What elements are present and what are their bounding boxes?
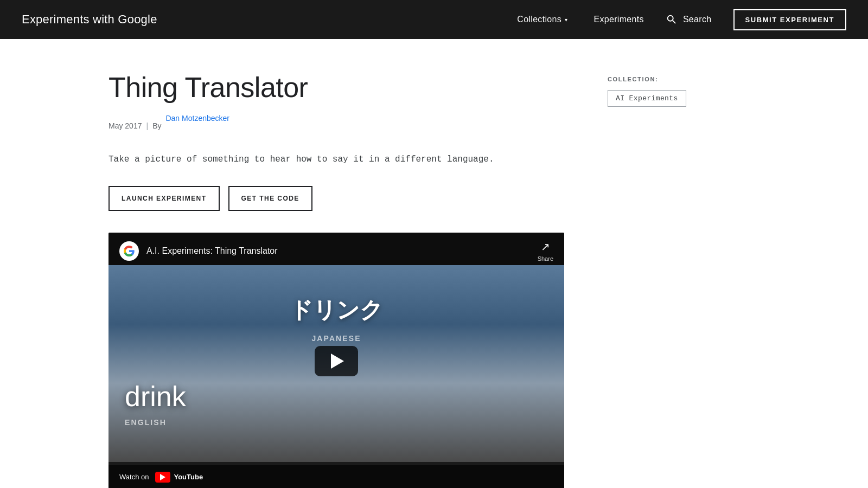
- author-link[interactable]: Dan Motzenbecker: [165, 114, 229, 123]
- share-label: Share: [538, 255, 553, 262]
- brand-text: Experiments with Google: [22, 12, 157, 26]
- author-name: Dan Motzenbecker: [165, 114, 229, 123]
- article-sidebar: COLLECTION: AI Experiments: [608, 72, 760, 488]
- play-icon: [331, 354, 344, 369]
- video-title: A.I. Experiments: Thing Translator: [146, 246, 278, 256]
- get-code-button[interactable]: GET THE CODE: [228, 186, 312, 211]
- youtube-label: YouTube: [174, 473, 203, 481]
- video-container[interactable]: A.I. Experiments: Thing Translator ↗ Sha…: [108, 233, 564, 488]
- play-button[interactable]: [315, 346, 358, 376]
- watch-on-text: Watch on: [119, 473, 149, 481]
- submit-experiment-button[interactable]: SUBMIT EXPERIMENT: [733, 9, 846, 30]
- youtube-icon: [155, 472, 170, 483]
- article-main: Thing Translator May 2017 | By Dan Motze…: [108, 72, 564, 488]
- nav-experiments[interactable]: Experiments: [580, 0, 656, 39]
- launch-button-label: LAUNCH EXPERIMENT: [122, 195, 207, 202]
- submit-experiment-label: SUBMIT EXPERIMENT: [745, 16, 834, 24]
- nav-search[interactable]: Search: [657, 0, 720, 39]
- nav-search-text: Search: [683, 15, 712, 24]
- english-text: drink: [125, 380, 186, 413]
- nav-collections[interactable]: Collections ▾: [504, 0, 580, 39]
- share-button[interactable]: ↗ Share: [538, 240, 553, 262]
- article-meta: May 2017 | By Dan Motzenbecker: [108, 114, 564, 138]
- by-label: By: [152, 121, 161, 130]
- japanese-text: ドリンク: [290, 295, 383, 325]
- article-title: Thing Translator: [108, 72, 564, 104]
- google-g-icon: [119, 241, 139, 261]
- youtube-play-icon: [160, 474, 165, 480]
- brand-link[interactable]: Experiments with Google: [22, 12, 157, 27]
- cta-buttons: LAUNCH EXPERIMENT GET THE CODE: [108, 186, 564, 211]
- collection-heading: COLLECTION:: [608, 76, 760, 82]
- youtube-logo[interactable]: YouTube: [155, 472, 203, 483]
- english-label: ENGLISH: [125, 418, 167, 427]
- video-bottom-bar: Watch on YouTube: [108, 465, 564, 488]
- launch-experiment-button[interactable]: LAUNCH EXPERIMENT: [108, 186, 220, 211]
- meta-separator: |: [146, 121, 148, 130]
- share-icon: ↗: [541, 240, 550, 253]
- chevron-down-icon: ▾: [565, 17, 567, 23]
- collection-badge[interactable]: AI Experiments: [608, 90, 686, 107]
- japanese-label: JAPANESE: [311, 334, 361, 343]
- navigation: Experiments with Google Collections ▾ Ex…: [0, 0, 868, 39]
- nav-experiments-label: Experiments: [593, 15, 643, 24]
- video-top-bar: A.I. Experiments: Thing Translator ↗ Sha…: [108, 233, 564, 269]
- publish-date: May 2017: [108, 121, 142, 130]
- get-code-label: GET THE CODE: [241, 195, 299, 202]
- search-icon: [666, 14, 678, 25]
- nav-links: Collections ▾ Experiments Search SUBMIT …: [504, 0, 846, 39]
- google-logo-svg: [123, 245, 135, 257]
- article-description: Take a picture of something to hear how …: [108, 153, 564, 167]
- nav-collections-label: Collections: [517, 15, 561, 24]
- main-content: Thing Translator May 2017 | By Dan Motze…: [87, 39, 781, 488]
- play-button-container[interactable]: [315, 346, 358, 376]
